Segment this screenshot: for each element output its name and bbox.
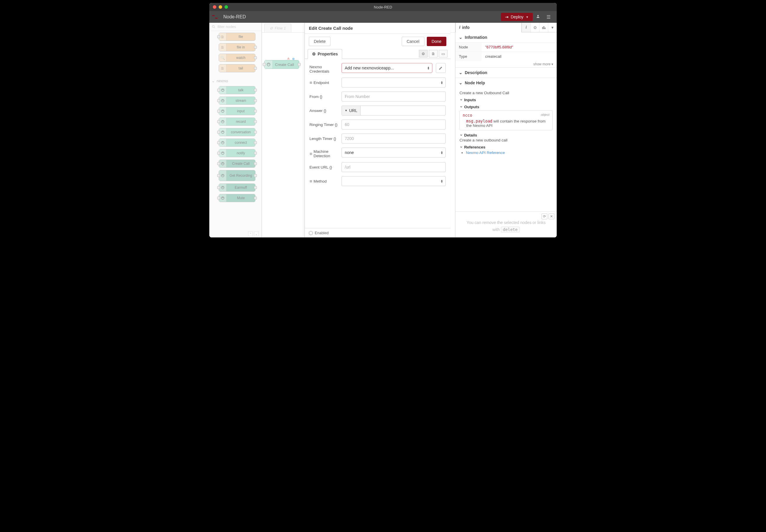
- search-icon: 🔍: [219, 54, 227, 62]
- select-icon: ▴▾: [428, 66, 429, 70]
- edit-creds-button[interactable]: [436, 63, 446, 73]
- canvas-node-create-call[interactable]: Create Call: [264, 60, 299, 69]
- label-evurl: Event URL {}: [310, 165, 338, 169]
- palette-node-get-recording[interactable]: Get Recording: [219, 170, 256, 181]
- nexmo-node-icon: [265, 60, 273, 69]
- svg-point-14: [267, 63, 270, 66]
- sidebar: i info i ▾ ⌄Information Node"67: [455, 23, 557, 237]
- palette-node-notify[interactable]: notify: [219, 149, 256, 157]
- cancel-button[interactable]: Cancel: [402, 37, 424, 46]
- palette-node-record[interactable]: record: [219, 118, 256, 126]
- palette-node-talk[interactable]: talk: [219, 86, 256, 94]
- from-input[interactable]: [342, 92, 446, 101]
- minimize-window-icon[interactable]: [219, 5, 222, 9]
- palette-node-stream[interactable]: stream: [219, 97, 256, 105]
- info-node-label: Node: [455, 43, 482, 52]
- help-details[interactable]: Details: [459, 133, 552, 137]
- menu-icon[interactable]: ☰: [543, 14, 554, 20]
- chevron-down-icon: ⌄: [459, 81, 462, 85]
- flow-tab[interactable]: ⊘Flow 1: [264, 24, 291, 32]
- list-icon: ≣: [310, 81, 312, 85]
- deploy-label: Deploy: [511, 15, 524, 19]
- palette-node-conversation[interactable]: conversation: [219, 128, 256, 136]
- node-appearance-icon[interactable]: ▭: [439, 50, 447, 57]
- node-editor-tray: Edit Create Call node Delete Cancel Done…: [305, 23, 450, 237]
- creds-select[interactable]: Add new nexmovoiceapp... ▴▾: [342, 63, 432, 73]
- node-settings-icon[interactable]: ⚙: [419, 50, 428, 57]
- deploy-icon: ⇥: [505, 15, 508, 19]
- select-icon: ▴▾: [441, 151, 442, 154]
- help-inputs[interactable]: Inputs: [459, 97, 552, 102]
- filter-nodes-input[interactable]: filter nodes: [209, 23, 262, 31]
- answer-type-button[interactable]: ▼URL: [342, 106, 361, 115]
- close-window-icon[interactable]: [213, 5, 216, 9]
- svg-point-6: [221, 120, 224, 123]
- enabled-toggle[interactable]: Enabled: [305, 228, 450, 237]
- info-icon: i: [459, 25, 460, 30]
- maximize-window-icon[interactable]: [225, 5, 228, 9]
- search-icon: [212, 25, 216, 29]
- evurl-input[interactable]: [342, 162, 446, 172]
- section-description[interactable]: ⌄Description: [455, 68, 557, 78]
- answer-input[interactable]: ▼URL: [342, 106, 446, 115]
- app-window: Node-RED Node-RED ⇥ Deploy ▼ ☰ filter no…: [209, 3, 557, 237]
- svg-point-7: [221, 131, 224, 133]
- info-tab[interactable]: i info: [455, 23, 522, 32]
- method-select[interactable]: ▴▾: [342, 176, 446, 186]
- help-outputs[interactable]: Outputs: [459, 104, 552, 109]
- help-details-text: Create a new outbound call: [459, 138, 552, 142]
- brand: Node-RED: [212, 14, 246, 20]
- toggle-icon: [309, 231, 313, 235]
- palette-node-earmuff[interactable]: Earmuff: [219, 183, 256, 192]
- palette-node-file[interactable]: 🗎file: [219, 33, 256, 41]
- chevron-down-icon: ⌄: [459, 70, 462, 75]
- info-node-id: "6770bff5.68f8d": [482, 43, 557, 52]
- properties-tab[interactable]: ⚙ Properties: [308, 49, 342, 59]
- length-input[interactable]: [342, 134, 446, 143]
- palette-node-watch[interactable]: 🔍watch: [219, 54, 256, 62]
- help-output-box: ncco object msg.payload will contain the…: [459, 110, 552, 130]
- show-more-button[interactable]: show more ▾: [455, 61, 557, 67]
- endpoint-select[interactable]: ▴▾: [342, 78, 446, 87]
- palette-node-tail[interactable]: 🗎tail: [219, 64, 256, 72]
- ref-link[interactable]: Nexmo API Reference: [466, 151, 505, 155]
- chevron-down-icon: ⌄: [459, 35, 462, 40]
- node-description-icon[interactable]: 🗎: [429, 50, 438, 57]
- deploy-button[interactable]: ⇥ Deploy ▼: [501, 13, 533, 21]
- chevron-down-icon: ▼: [345, 109, 347, 112]
- sidebar-debug-icon[interactable]: [530, 23, 539, 32]
- sidebar-dashboard-icon[interactable]: [539, 23, 548, 32]
- disabled-icon: ⊘: [270, 26, 273, 30]
- palette-node-file-in[interactable]: 🗎file in: [219, 43, 256, 51]
- ring-input[interactable]: [342, 120, 446, 129]
- section-node-help[interactable]: ⌄Node Help: [455, 78, 557, 88]
- sidebar-info-icon[interactable]: i: [522, 23, 530, 32]
- palette-node-mute[interactable]: Mute: [219, 194, 256, 202]
- sidebar-more-icon[interactable]: ▾: [548, 23, 557, 32]
- expand-down-icon[interactable]: ⌄: [254, 232, 259, 236]
- refresh-tip-icon[interactable]: ⟳: [541, 213, 547, 219]
- help-references[interactable]: References: [459, 145, 552, 149]
- list-icon: ≣: [310, 179, 312, 183]
- node-changed-icon: [292, 58, 295, 60]
- delete-button[interactable]: Delete: [309, 37, 330, 46]
- done-button[interactable]: Done: [427, 37, 446, 46]
- svg-line-2: [214, 27, 215, 28]
- palette-node-connect[interactable]: connect: [219, 139, 256, 147]
- select-icon: ▴▾: [441, 81, 442, 84]
- palette-node-create-call[interactable]: Create Call: [219, 160, 256, 168]
- user-icon[interactable]: [533, 14, 543, 20]
- palette-footer: ⌃ ⌄: [247, 230, 260, 237]
- section-information[interactable]: ⌄Information: [455, 32, 557, 42]
- close-tip-icon[interactable]: ✕: [548, 213, 554, 219]
- help-intro: Create a new Outbound Call: [459, 91, 552, 95]
- sidebar-tip: ⟳ ✕ You can remove the selected nodes or…: [455, 211, 557, 237]
- palette-node-input[interactable]: input: [219, 107, 256, 115]
- palette-category[interactable]: ⌄nexmo: [209, 76, 262, 84]
- machine-select[interactable]: none▴▾: [342, 148, 446, 157]
- collapse-up-icon[interactable]: ⌃: [248, 232, 253, 236]
- file-icon: 🗎: [219, 43, 227, 51]
- svg-rect-24: [544, 28, 545, 29]
- window-controls: [213, 5, 228, 9]
- window-title: Node-RED: [374, 5, 392, 9]
